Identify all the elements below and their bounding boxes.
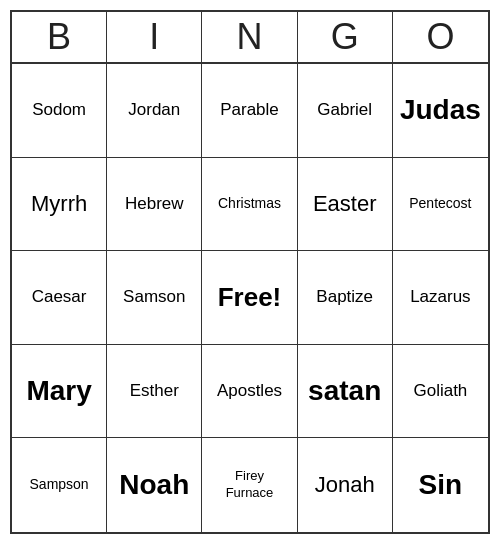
table-row: Jonah <box>298 438 393 532</box>
table-row: Sampson <box>12 438 107 532</box>
table-row: Apostles <box>202 345 297 439</box>
table-row: Myrrh <box>12 158 107 252</box>
table-row: FireyFurnace <box>202 438 297 532</box>
table-row: satan <box>298 345 393 439</box>
table-row: Hebrew <box>107 158 202 252</box>
header-n: N <box>202 12 297 62</box>
table-row: Esther <box>107 345 202 439</box>
table-row: Caesar <box>12 251 107 345</box>
table-row: Easter <box>298 158 393 252</box>
table-row: Lazarus <box>393 251 488 345</box>
header-o: O <box>393 12 488 62</box>
table-row: Baptize <box>298 251 393 345</box>
header-i: I <box>107 12 202 62</box>
bingo-grid: SodomJordanParableGabrielJudasMyrrhHebre… <box>12 64 488 532</box>
header-b: B <box>12 12 107 62</box>
table-row: Goliath <box>393 345 488 439</box>
table-row: Parable <box>202 64 297 158</box>
table-row: Mary <box>12 345 107 439</box>
table-row: Judas <box>393 64 488 158</box>
bingo-header: B I N G O <box>12 12 488 64</box>
table-row: Noah <box>107 438 202 532</box>
table-row: Pentecost <box>393 158 488 252</box>
table-row: Jordan <box>107 64 202 158</box>
header-g: G <box>298 12 393 62</box>
table-row: Christmas <box>202 158 297 252</box>
table-row: Gabriel <box>298 64 393 158</box>
bingo-card: B I N G O SodomJordanParableGabrielJudas… <box>10 10 490 534</box>
table-row: Sodom <box>12 64 107 158</box>
table-row: Free! <box>202 251 297 345</box>
table-row: Samson <box>107 251 202 345</box>
table-row: Sin <box>393 438 488 532</box>
